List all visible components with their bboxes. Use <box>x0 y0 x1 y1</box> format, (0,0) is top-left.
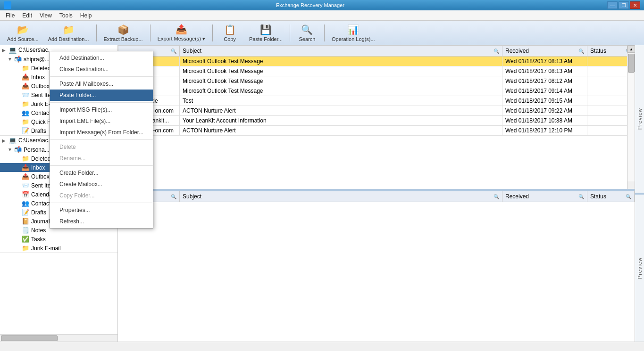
tree-label-notes-2: Notes <box>31 227 46 234</box>
cell-received: Wed 01/18/2017 08:12 AM <box>502 76 587 86</box>
context-menu-item-add-destination[interactable]: Add Destination... <box>50 52 153 64</box>
extract-backup-button[interactable]: 📦 Extract Backup... <box>100 23 147 43</box>
context-menu-item-import-msg[interactable]: Import MSG File(s)... <box>50 104 153 115</box>
extract-backup-icon: 📦 <box>117 24 129 35</box>
context-menu-item-create-mailbox[interactable]: Create Mailbox... <box>50 179 153 190</box>
window-controls: — ❐ ✕ <box>607 1 640 9</box>
table-row[interactable]: noreply@...ide Test Wed 01/18/2017 09:15… <box>118 96 635 106</box>
junk-icon-2: 📁 <box>22 245 29 252</box>
table-row[interactable]: Outlook Microsoft Outlook Test Message W… <box>118 66 635 76</box>
tree-label-drafts-2: Drafts <box>31 209 46 216</box>
search-button[interactable]: 🔍 Search <box>293 23 321 43</box>
toolbar-separator-4 <box>290 24 290 41</box>
expand-icon-shipra: ▼ <box>8 57 14 62</box>
col-status-bottom: Status 🔍 <box>587 191 635 202</box>
add-destination-button[interactable]: 📁 Add Destination... <box>44 23 93 43</box>
extract-backup-label: Extract Backup... <box>104 36 143 42</box>
tree-label-persona: Persona... <box>24 147 50 153</box>
window-title: Exchange Recovery Manager <box>13 2 607 8</box>
context-menu-item-paste-all-mailboxes[interactable]: Paste All Mailboxes... <box>50 78 153 90</box>
copy-icon: 📋 <box>224 24 236 35</box>
title-bar: Exchange Recovery Manager — ❐ ✕ <box>0 0 644 10</box>
search-subject-top[interactable]: 🔍 <box>493 49 499 54</box>
cell-received: Wed 01/18/2017 09:15 AM <box>502 96 587 106</box>
table-row[interactable]: s-noreply=leankit... Your LeanKit Accoun… <box>118 116 635 126</box>
search-from-top[interactable]: 🔍 <box>171 49 176 54</box>
col-status-label: Status <box>590 48 606 54</box>
table-row[interactable]: noreply@act-on.com ACTON Nurture Alert W… <box>118 126 635 136</box>
operation-log-icon: 📊 <box>347 24 359 35</box>
tree-item-junk-2[interactable]: 📁 Junk E-mail <box>0 244 117 253</box>
expand-icon-root1: ▶ <box>2 48 8 53</box>
preview-panel-bottom[interactable]: Preview <box>635 195 644 342</box>
tree-label-outbox-2: Outbox <box>31 173 50 180</box>
export-message-button[interactable]: 📤 Export Message(s) ▾ <box>153 23 209 43</box>
expand-icon-persona: ▼ <box>8 147 14 152</box>
search-label: Search <box>299 36 316 42</box>
table-row[interactable]: Outlook Microsoft Outlook Test Message W… <box>118 86 635 96</box>
tree-h-scrollbar-thumb[interactable] <box>1 335 58 341</box>
quick-icon-1: 📁 <box>22 118 29 125</box>
add-source-button[interactable]: 📂 Add Source... <box>3 23 43 43</box>
toolbar-separator-1 <box>96 24 97 41</box>
search-received-top[interactable]: 🔍 <box>578 49 584 54</box>
table-row[interactable]: Outlook Microsoft Outlook Test Message W… <box>118 57 635 66</box>
copy-label: Copy <box>224 36 236 42</box>
menu-tools[interactable]: Tools <box>56 11 76 20</box>
col-received-top: Received 🔍 <box>502 46 587 57</box>
cell-subject: Microsoft Outlook Test Message <box>180 57 502 66</box>
search-status-bottom[interactable]: 🔍 <box>626 194 631 199</box>
cell-received: Wed 01/18/2017 08:13 AM <box>502 57 587 66</box>
search-subject-bottom[interactable]: 🔍 <box>493 194 499 199</box>
status-bar <box>0 342 644 351</box>
tree-root-2-label: C:\Users\ac... <box>18 137 53 144</box>
paste-folder-button[interactable]: 💾 Paste Folder... <box>245 23 287 43</box>
context-menu-item-refresh[interactable]: Refresh... <box>50 216 153 227</box>
context-menu-item-import-from-folder[interactable]: Import Message(s) From Folder... <box>50 127 153 138</box>
context-menu-item-rename: Rename... <box>50 153 153 164</box>
export-message-icon: 📤 <box>176 24 187 35</box>
col-subject-label: Subject <box>183 48 201 54</box>
preview-panels: Preview Preview <box>635 45 644 342</box>
add-source-icon: 📂 <box>17 24 29 35</box>
top-scroll-thumb[interactable] <box>628 54 635 73</box>
context-menu-separator <box>50 203 153 203</box>
context-menu-item-close-destination[interactable]: Close Destination... <box>50 64 153 75</box>
tree-item-tasks-2[interactable]: ✅ Tasks <box>0 235 117 244</box>
context-menu-item-import-eml[interactable]: Import EML File(s)... <box>50 115 153 127</box>
notes-icon-2: 🗒️ <box>22 227 29 234</box>
context-menu-item-properties[interactable]: Properties... <box>50 204 153 216</box>
top-scroll-track[interactable] <box>627 53 635 181</box>
table-row[interactable]: Outlook Microsoft Outlook Test Message W… <box>118 76 635 86</box>
search-from-bottom[interactable]: 🔍 <box>171 194 176 199</box>
journal-icon-2: 📔 <box>22 218 29 225</box>
tree-h-scrollbar[interactable] <box>0 334 117 342</box>
cell-subject: Test <box>180 96 502 106</box>
context-menu-separator <box>50 165 153 166</box>
preview-panel-top[interactable]: Preview <box>635 45 644 195</box>
menu-edit[interactable]: Edit <box>18 11 36 20</box>
computer-icon-2: 💻 <box>8 137 17 144</box>
context-menu-item-create-folder[interactable]: Create Folder... <box>50 167 153 179</box>
add-destination-label: Add Destination... <box>48 36 89 42</box>
close-button[interactable]: ✕ <box>630 1 640 9</box>
context-menu-item-paste-folder[interactable]: Paste Folder... <box>50 90 153 101</box>
tree-root-1-label: C:\Users\ac... <box>18 47 53 53</box>
search-received-bottom[interactable]: 🔍 <box>578 194 584 199</box>
menu-view[interactable]: View <box>36 11 56 20</box>
top-v-scrollbar[interactable]: ▲ ▼ <box>627 45 635 189</box>
tree-label-inbox-2: Inbox <box>31 164 45 171</box>
table-row[interactable]: noreply@act-on.com ACTON Nurture Alert W… <box>118 106 635 116</box>
minimize-button[interactable]: — <box>607 1 618 9</box>
tree-label-tasks-2: Tasks <box>31 236 46 243</box>
copy-button[interactable]: 📋 Copy <box>216 23 244 43</box>
menu-file[interactable]: File <box>2 11 18 20</box>
col-received-bottom: Received 🔍 <box>502 191 587 202</box>
operation-log-button[interactable]: 📊 Operation Log(s)... <box>327 23 379 43</box>
app-icon <box>4 1 11 9</box>
cell-received: Wed 01/18/2017 09:14 AM <box>502 86 587 96</box>
menu-help[interactable]: Help <box>76 11 96 20</box>
top-content-area: 🔍 Subject 🔍 Received � <box>118 45 635 191</box>
restore-button[interactable]: ❐ <box>619 1 629 9</box>
top-scroll-up[interactable]: ▲ <box>627 45 635 53</box>
